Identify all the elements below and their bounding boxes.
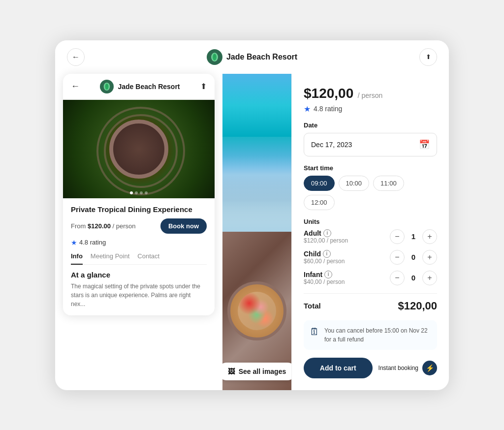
mobile-brand: Jade Beach Resort [100, 80, 180, 93]
back-icon: ← [72, 53, 80, 61]
hero-image [63, 100, 215, 198]
card-content: Private Tropical Dining Experience From … [63, 198, 215, 315]
card-star-icon: ★ [71, 239, 77, 246]
add-to-cart-button[interactable]: Add to cart [304, 358, 373, 378]
child-row: Child i $60,00 / person − 0 + [304, 250, 437, 265]
tab-contact[interactable]: Contact [137, 252, 159, 260]
from-label: From [71, 222, 86, 230]
infant-count: 0 [409, 274, 418, 282]
brand-header: Jade Beach Resort [207, 49, 297, 65]
left-panel: ← Jade Beach Resort ⬆ [55, 74, 222, 390]
date-picker[interactable]: Dec 17, 2023 📅 [304, 133, 437, 156]
see-all-label: See all images [239, 368, 286, 375]
aerial-photo [63, 100, 215, 198]
at-glance-text: The magical setting of the private spots… [71, 282, 207, 308]
infant-info: Infant i $40,00 / person [304, 271, 390, 285]
booking-price: $120,00 [304, 86, 353, 101]
adult-counter: − 1 + [390, 229, 437, 244]
tabs-row: Info Meeting Point Contact [71, 252, 207, 265]
beach-waves [222, 137, 291, 232]
cancel-notice: 🗓 You can cancel before 15:00 on Nov 22 … [304, 320, 437, 350]
mobile-logo [100, 80, 114, 93]
price-row: From $120.00 / person Book now [71, 218, 207, 234]
date-value: Dec 17, 2023 [311, 141, 352, 149]
infant-info-icon[interactable]: i [324, 271, 332, 278]
child-increment[interactable]: + [422, 250, 437, 265]
from-price: From $120.00 / person [71, 222, 136, 230]
at-glance-title: At a glance [71, 271, 207, 279]
beach-image [222, 74, 291, 232]
time-slot-1100[interactable]: 11:00 [373, 176, 404, 191]
circular-dining [109, 120, 168, 179]
time-slots: 09:00 10:00 11:00 12:00 [304, 176, 437, 210]
date-label: Date [304, 122, 437, 129]
units-section: Adult i $120,00 / person − 1 + [304, 229, 437, 285]
divider [304, 293, 437, 294]
infant-decrement[interactable]: − [390, 271, 405, 285]
booking-price-row: $120,00 / person [304, 86, 437, 101]
infant-price: $40,00 / person [304, 278, 390, 285]
mobile-share-button[interactable]: ⬆ [200, 82, 207, 91]
units-label: Units [304, 218, 437, 225]
dot-3 [140, 191, 143, 194]
time-slot-1000[interactable]: 10:00 [339, 176, 370, 191]
back-button[interactable]: ← [67, 48, 85, 66]
time-slot-0900[interactable]: 09:00 [304, 176, 335, 191]
booking-panel: $120,00 / person ★ 4.8 rating Date Dec 1… [291, 74, 449, 390]
adult-name: Adult i [304, 229, 390, 237]
child-count: 0 [409, 253, 418, 261]
dot-2 [135, 191, 138, 194]
adult-count: 1 [409, 232, 418, 241]
time-slot-1200[interactable]: 12:00 [304, 195, 335, 210]
per-person-label: / person [113, 222, 136, 230]
infant-counter: − 0 + [390, 271, 437, 285]
brand-logo [207, 49, 222, 65]
adult-row: Adult i $120,00 / person − 1 + [304, 229, 437, 244]
total-label: Total [304, 302, 321, 310]
child-counter: − 0 + [390, 250, 437, 265]
image-icon: 🖼 [228, 368, 235, 375]
plate [227, 281, 286, 340]
tab-info[interactable]: Info [71, 252, 83, 265]
card-rating-text: 4.8 rating [79, 239, 106, 246]
adult-increment[interactable]: + [422, 229, 437, 244]
tab-meeting-point[interactable]: Meeting Point [91, 252, 130, 260]
adult-price: $120,00 / person [304, 237, 390, 244]
see-all-button[interactable]: 🖼 See all images [222, 363, 291, 380]
brand-name: Jade Beach Resort [226, 53, 297, 61]
main-content: ← Jade Beach Resort ⬆ [55, 74, 449, 390]
adult-decrement[interactable]: − [390, 229, 405, 244]
child-decrement[interactable]: − [390, 250, 405, 265]
adult-info-icon[interactable]: i [323, 229, 331, 237]
child-info: Child i $60,00 / person [304, 250, 390, 265]
lightning-icon: ⚡ [422, 361, 437, 375]
price-value: $120.00 [88, 222, 111, 230]
share-icon: ⬆ [426, 53, 431, 61]
booking-rating-text: 4.8 rating [314, 105, 342, 113]
mobile-back-button[interactable]: ← [71, 81, 80, 92]
booking-rating-row: ★ 4.8 rating [304, 104, 437, 114]
share-button[interactable]: ⬆ [419, 48, 437, 66]
infant-name: Infant i [304, 271, 390, 278]
image-dots [130, 191, 148, 194]
card-rating-row: ★ 4.8 rating [71, 239, 207, 246]
adult-info: Adult i $120,00 / person [304, 229, 390, 244]
booking-star-icon: ★ [304, 104, 311, 114]
book-now-button[interactable]: Book now [160, 218, 207, 234]
dot-4 [145, 191, 148, 194]
cancel-text: You can cancel before 15:00 on Nov 22 fo… [324, 326, 431, 344]
total-row: Total $120,00 [304, 300, 437, 312]
mobile-card-header: ← Jade Beach Resort ⬆ [63, 74, 215, 100]
instant-booking-label: Instant booking [378, 365, 418, 371]
cancel-calendar-icon: 🗓 [310, 326, 319, 338]
child-info-icon[interactable]: i [323, 250, 331, 258]
child-price: $60,00 / person [304, 258, 390, 265]
start-time-label: Start time [304, 164, 437, 172]
food-image: 🖼 See all images [222, 232, 291, 390]
dot-1 [130, 191, 133, 194]
image-gallery: 🖼 See all images [222, 74, 291, 390]
experience-title: Private Tropical Dining Experience [71, 205, 207, 214]
booking-per-person: / person [358, 92, 383, 99]
total-amount: $120,00 [398, 300, 437, 312]
infant-increment[interactable]: + [422, 271, 437, 285]
